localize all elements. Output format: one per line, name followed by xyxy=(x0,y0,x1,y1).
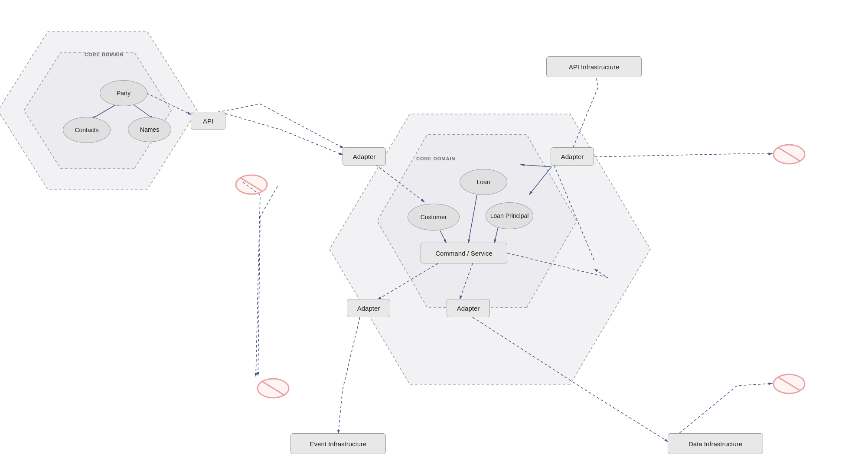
party-node: Party xyxy=(100,80,147,106)
right-core-domain-label: CORE DOMAIN xyxy=(416,156,455,161)
no-entry-4 xyxy=(772,373,806,395)
contacts-node: Contacts xyxy=(63,117,111,143)
api-infrastructure-box: API Infrastructure xyxy=(546,56,642,77)
diagram-container: CORE DOMAIN Party Contacts Names API COR… xyxy=(0,0,868,471)
command-service-box: Command / Service xyxy=(421,243,507,263)
names-node: Names xyxy=(128,117,171,142)
adapter-bottom-left-box: Adapter xyxy=(347,299,390,317)
customer-node: Customer xyxy=(408,204,460,231)
no-entry-1 xyxy=(234,173,269,196)
adapter-bottom-right-box: Adapter xyxy=(447,299,490,317)
adapter-top-right-box: Adapter xyxy=(551,147,594,166)
data-infrastructure-box: Data Infrastructure xyxy=(668,433,763,454)
event-infrastructure-box: Event Infrastructure xyxy=(290,433,386,454)
left-core-domain-label: CORE DOMAIN xyxy=(85,52,124,57)
api-box: API xyxy=(191,112,225,130)
adapter-top-left-box: Adapter xyxy=(343,147,386,166)
no-entry-3 xyxy=(772,143,806,166)
no-entry-2 xyxy=(256,377,290,400)
loan-principal-node: Loan Principal xyxy=(486,202,533,229)
loan-node: Loan xyxy=(460,169,507,195)
